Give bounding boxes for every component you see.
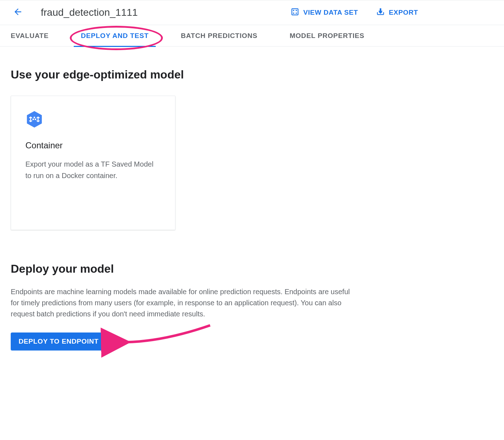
- deploy-to-endpoint-button[interactable]: DEPLOY TO ENDPOINT: [11, 333, 106, 350]
- page-title: fraud_detection_1111: [41, 7, 138, 18]
- deploy-description: Endpoints are machine learning models ma…: [11, 286, 351, 320]
- dataset-icon: [290, 7, 300, 18]
- container-icon: [25, 110, 161, 130]
- download-icon: [376, 7, 385, 18]
- tab-deploy-and-test[interactable]: DEPLOY AND TEST: [81, 25, 149, 47]
- svg-point-6: [35, 119, 37, 120]
- svg-point-5: [33, 119, 34, 120]
- view-data-set-button[interactable]: VIEW DATA SET: [290, 7, 358, 18]
- page-header: fraud_detection_1111 VIEW DATA SET EXPOR…: [0, 0, 504, 25]
- container-card[interactable]: Container Export your model as a TF Save…: [11, 96, 175, 230]
- svg-point-7: [34, 117, 35, 119]
- deploy-heading: Deploy your model: [11, 262, 493, 276]
- svg-marker-4: [27, 111, 42, 128]
- header-actions: VIEW DATA SET EXPORT: [290, 7, 418, 18]
- view-data-set-label: VIEW DATA SET: [303, 9, 358, 16]
- tab-model-properties[interactable]: MODEL PROPERTIES: [290, 25, 364, 47]
- container-card-description: Export your model as a TF Saved Model to…: [25, 158, 161, 181]
- use-edge-heading: Use your edge-optimized model: [11, 68, 493, 81]
- export-button[interactable]: EXPORT: [376, 7, 418, 18]
- export-label: EXPORT: [389, 9, 418, 16]
- tab-batch-predictions[interactable]: BATCH PREDICTIONS: [181, 25, 257, 47]
- main-content: Use your edge-optimized model Container: [0, 47, 504, 372]
- container-card-title: Container: [25, 140, 161, 150]
- annotation-arrow: [121, 324, 214, 349]
- tabs-bar: EVALUATE DEPLOY AND TEST BATCH PREDICTIO…: [0, 25, 504, 47]
- arrow-left-icon: [13, 7, 23, 18]
- back-button[interactable]: [11, 5, 25, 20]
- svg-rect-2: [296, 10, 297, 11]
- svg-rect-3: [296, 13, 297, 14]
- svg-rect-1: [293, 13, 294, 14]
- tab-evaluate[interactable]: EVALUATE: [11, 25, 49, 47]
- svg-rect-0: [293, 10, 294, 11]
